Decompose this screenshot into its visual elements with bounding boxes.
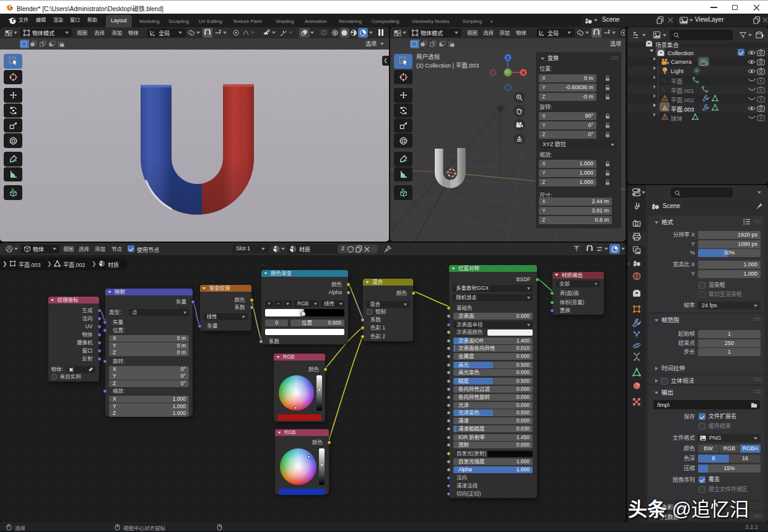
svg-text:X: X: [521, 70, 525, 76]
svg-text:Z: Z: [507, 55, 510, 61]
